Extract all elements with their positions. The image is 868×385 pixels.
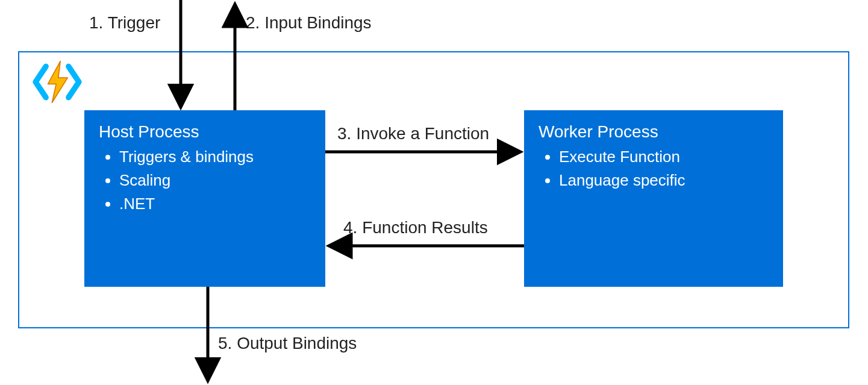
label-trigger: 1. Trigger [89, 13, 160, 33]
worker-item-1: Language specific [559, 169, 769, 192]
host-process-list: Triggers & bindings Scaling .NET [99, 145, 311, 216]
host-process-box: Host Process Triggers & bindings Scaling… [84, 110, 325, 287]
worker-process-list: Execute Function Language specific [539, 145, 769, 192]
host-process-title: Host Process [99, 122, 311, 142]
label-invoke: 3. Invoke a Function [337, 124, 489, 143]
worker-process-title: Worker Process [539, 122, 769, 142]
svg-marker-0 [48, 61, 68, 103]
label-input-bindings: 2. Input Bindings [246, 13, 372, 33]
host-item-1: Scaling [119, 169, 311, 192]
diagram-stage: Host Process Triggers & bindings Scaling… [0, 0, 868, 385]
host-item-0: Triggers & bindings [119, 145, 311, 169]
host-item-2: .NET [119, 192, 311, 216]
azure-functions-icon [31, 60, 83, 104]
worker-process-box: Worker Process Execute Function Language… [524, 110, 783, 287]
label-output-bindings: 5. Output Bindings [218, 334, 357, 353]
label-results: 4. Function Results [343, 218, 488, 237]
worker-item-0: Execute Function [559, 145, 769, 169]
